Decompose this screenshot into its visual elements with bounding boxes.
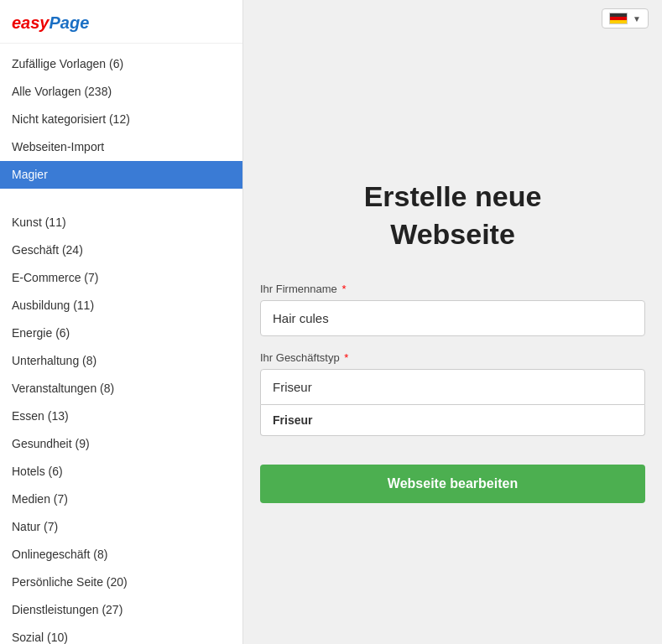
sidebar-item-import[interactable]: Webseiten-Import: [0, 133, 242, 161]
sidebar-item-ausbildung[interactable]: Ausbildung (11): [0, 292, 242, 319]
sidebar-item-gesundheit[interactable]: Gesundheit (9): [0, 430, 242, 458]
sidebar: easyPage Zufällige Vorlagen (6) Alle Vor…: [0, 0, 243, 644]
business-type-input[interactable]: [260, 369, 645, 405]
main-content: ▼ Erstelle neue Webseite Ihr Firmenname …: [243, 0, 662, 644]
company-name-input[interactable]: [260, 300, 645, 336]
language-selector[interactable]: ▼: [602, 8, 649, 29]
sidebar-categories-nav: Kunst (11) Geschäft (24) E-Commerce (7) …: [0, 202, 242, 644]
sidebar-item-veranstaltungen[interactable]: Veranstaltungen (8): [0, 375, 242, 402]
required-marker: *: [341, 283, 346, 295]
sidebar-item-medien[interactable]: Medien (7): [0, 486, 242, 513]
chevron-down-icon: ▼: [633, 14, 641, 23]
sidebar-item-hotels[interactable]: Hotels (6): [0, 458, 242, 486]
company-name-group: Ihr Firmenname *: [260, 283, 645, 336]
logo-easy-text: easy: [12, 13, 50, 32]
sidebar-item-unterhaltung[interactable]: Unterhaltung (8): [0, 347, 242, 375]
logo: easyPage: [0, 0, 242, 44]
wizard-form: Ihr Firmenname * Ihr Geschäftstyp * Fris…: [260, 283, 645, 503]
flag-icon-de: [609, 13, 628, 24]
sidebar-item-kunst[interactable]: Kunst (11): [0, 209, 242, 236]
sidebar-item-random[interactable]: Zufällige Vorlagen (6): [0, 50, 242, 78]
logo-page-text: Page: [50, 13, 90, 32]
sidebar-item-sozial[interactable]: Sozial (10): [0, 624, 242, 644]
sidebar-item-natur[interactable]: Natur (7): [0, 513, 242, 541]
page-title: Erstelle neue Webseite: [364, 178, 542, 252]
business-type-label: Ihr Geschäftstyp *: [260, 351, 645, 364]
form-area: Erstelle neue Webseite Ihr Firmenname * …: [243, 37, 662, 644]
sidebar-item-uncategorized[interactable]: Nicht kategorisiert (12): [0, 106, 242, 133]
business-type-group: Ihr Geschäftstyp * Friseur: [260, 351, 645, 436]
sidebar-item-magier[interactable]: Magier: [0, 161, 242, 189]
logo-easy: easyPage: [12, 13, 89, 32]
sidebar-item-persoenliche[interactable]: Persönliche Seite (20): [0, 569, 242, 596]
sidebar-item-geschaeft[interactable]: Geschäft (24): [0, 236, 242, 264]
sidebar-item-dienstleistungen[interactable]: Dienstleistungen (27): [0, 596, 242, 624]
sidebar-item-all[interactable]: Alle Vorlagen (238): [0, 78, 242, 106]
sidebar-top-nav: Zufällige Vorlagen (6) Alle Vorlagen (23…: [0, 44, 242, 195]
sidebar-item-essen[interactable]: Essen (13): [0, 402, 242, 430]
autocomplete-friseur[interactable]: Friseur: [261, 405, 644, 435]
autocomplete-dropdown: Friseur: [260, 405, 645, 436]
sidebar-item-ecommerce[interactable]: E-Commerce (7): [0, 264, 242, 292]
sidebar-item-onlinegeschaeft[interactable]: Onlinegeschäft (8): [0, 541, 242, 569]
top-bar: ▼: [243, 0, 662, 37]
sidebar-item-energie[interactable]: Energie (6): [0, 319, 242, 347]
company-name-label: Ihr Firmenname *: [260, 283, 645, 295]
required-marker-2: *: [344, 351, 348, 364]
submit-button[interactable]: Webseite bearbeiten: [260, 465, 645, 503]
